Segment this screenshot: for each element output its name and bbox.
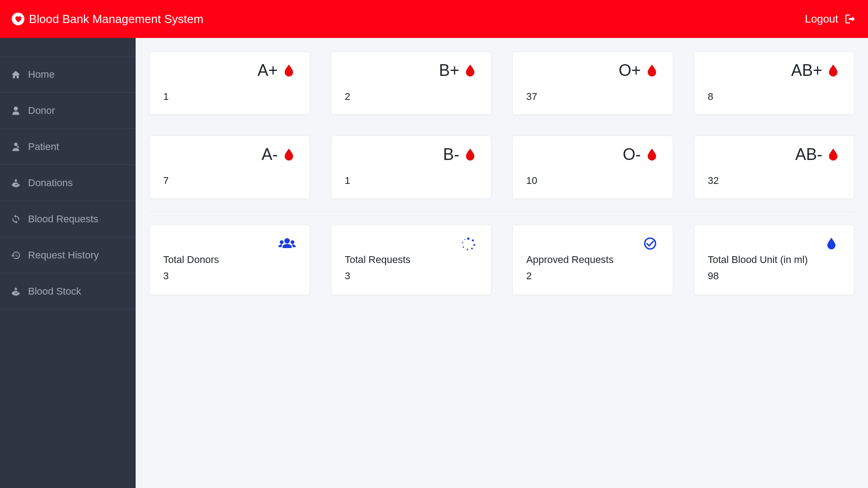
blood-type-label: AB- [795, 145, 822, 164]
sidebar-item-donations[interactable]: Donations [0, 165, 136, 201]
home-icon [11, 70, 21, 80]
blood-group-card: B-1 [331, 136, 492, 199]
sidebar-item-label: Blood Requests [28, 213, 98, 225]
blood-group-count: 10 [526, 175, 659, 187]
brand[interactable]: Blood Bank Management System [12, 12, 203, 26]
blood-group-count: 2 [345, 91, 478, 103]
stat-value: 98 [708, 270, 841, 282]
users-icon [278, 236, 296, 251]
sync-icon [11, 214, 21, 224]
stat-card: Total Blood Unit (in ml)98 [694, 225, 855, 295]
blood-group-card: A-7 [149, 136, 310, 199]
main-content: A+1B+2O+37AB+8A-7B-1O-10AB-32 Total Dono… [136, 38, 868, 488]
sidebar-item-patient[interactable]: Patient [0, 129, 136, 165]
drop-blue-icon [822, 236, 840, 251]
blood-type-label: O+ [618, 61, 641, 80]
blood-type-label: B- [443, 145, 459, 164]
stat-label: Total Blood Unit (in ml) [708, 254, 841, 266]
blood-type-label: AB+ [791, 61, 822, 80]
logout-icon [844, 13, 856, 25]
sidebar-item-donor[interactable]: Donor [0, 93, 136, 129]
blood-group-card: A+1 [149, 52, 310, 115]
spinner-icon [459, 236, 477, 251]
sidebar-item-label: Home [28, 69, 55, 80]
sidebar-item-label: Donations [28, 177, 73, 189]
user-icon [11, 106, 21, 116]
blood-drop-icon [282, 62, 296, 79]
blood-stock-icon [11, 286, 21, 296]
blood-drop-icon [645, 62, 659, 79]
patient-icon [11, 142, 21, 152]
stat-card: Total Requests3 [331, 225, 492, 295]
blood-group-card: AB+8 [694, 52, 855, 115]
top-navbar: Blood Bank Management System Logout [0, 0, 868, 38]
blood-group-card: B+2 [331, 52, 492, 115]
stat-value: 2 [526, 270, 659, 282]
blood-type-label: O- [623, 145, 641, 164]
blood-group-count: 8 [708, 91, 841, 103]
sidebar-item-label: Blood Stock [28, 286, 81, 297]
stats-grid: Total Donors3Total Requests3Approved Req… [149, 225, 854, 295]
sidebar-item-blood-stock[interactable]: Blood Stock [0, 273, 136, 310]
sidebar-item-label: Request History [28, 249, 99, 261]
app-title: Blood Bank Management System [29, 12, 203, 26]
blood-group-card: O+37 [512, 52, 673, 115]
check-circle-icon [641, 236, 659, 251]
stat-value: 3 [163, 270, 296, 282]
stat-label: Approved Requests [526, 254, 659, 266]
blood-group-count: 37 [526, 91, 659, 103]
blood-drop-icon [645, 146, 659, 163]
stat-label: Total Donors [163, 254, 296, 266]
logout-button[interactable]: Logout [805, 13, 856, 25]
sidebar-item-blood-requests[interactable]: Blood Requests [0, 201, 136, 237]
history-icon [11, 250, 21, 260]
stat-card: Total Donors3 [149, 225, 310, 295]
blood-group-count: 1 [163, 91, 296, 103]
heart-logo-icon [12, 13, 24, 25]
blood-type-label: A+ [257, 61, 278, 80]
blood-drop-icon [463, 62, 477, 79]
blood-type-label: A- [262, 145, 278, 164]
blood-drop-icon [826, 146, 840, 163]
sidebar-item-home[interactable]: Home [0, 56, 136, 93]
donations-icon [11, 178, 21, 188]
sidebar-item-request-history[interactable]: Request History [0, 237, 136, 273]
blood-drop-icon [282, 146, 296, 163]
sidebar: Home Donor Patient Donations Blood Reque… [0, 38, 136, 488]
blood-drop-icon [463, 146, 477, 163]
sidebar-item-label: Donor [28, 105, 55, 117]
logout-label: Logout [805, 13, 838, 25]
stat-card: Approved Requests2 [512, 225, 673, 295]
stat-label: Total Requests [345, 254, 478, 266]
blood-group-count: 32 [708, 175, 841, 187]
section-divider [149, 211, 854, 212]
blood-group-count: 1 [345, 175, 478, 187]
blood-type-label: B+ [439, 61, 459, 80]
sidebar-item-label: Patient [28, 141, 59, 153]
stat-value: 3 [345, 270, 478, 282]
blood-group-card: O-10 [512, 136, 673, 199]
blood-group-count: 7 [163, 175, 296, 187]
blood-group-grid: A+1B+2O+37AB+8A-7B-1O-10AB-32 [149, 52, 854, 199]
blood-drop-icon [826, 62, 840, 79]
blood-group-card: AB-32 [694, 136, 855, 199]
